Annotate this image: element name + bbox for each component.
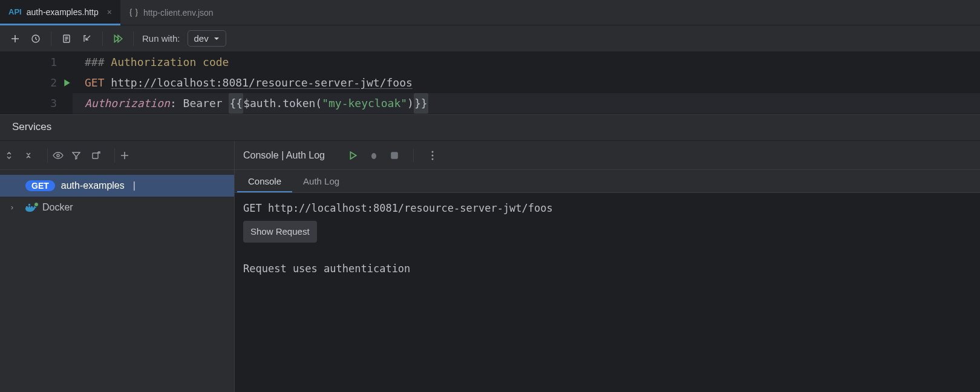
braces-icon [129, 8, 139, 18]
tree-item-auth-examples[interactable]: GET auth-examples | [0, 175, 234, 197]
run-button[interactable] [345, 151, 361, 160]
tree-item-label: auth-examples [61, 180, 125, 191]
code-content[interactable]: ### Authorization code GET http://localh… [73, 52, 980, 114]
tab-auth-examples[interactable]: API auth-examples.http × [0, 0, 120, 25]
code-token: ### [85, 52, 111, 73]
open-new-tab-button[interactable] [91, 151, 109, 160]
separator [47, 148, 48, 163]
env-select[interactable]: dev [188, 30, 226, 47]
close-icon[interactable]: × [107, 7, 112, 17]
console-line: GET http://localhost:8081/resource-serve… [243, 199, 972, 217]
env-value: dev [194, 33, 209, 44]
tab-auth-log[interactable]: Auth Log [292, 171, 350, 192]
line-number: 1 [50, 52, 57, 73]
add-request-button[interactable] [6, 30, 24, 48]
code-token: {{ [229, 93, 243, 114]
cursor-indicator: | [133, 180, 136, 191]
console-tabs: Console Auth Log [235, 170, 980, 193]
docker-icon [25, 203, 36, 212]
tree-item-label: Docker [42, 202, 73, 213]
svg-point-11 [431, 154, 433, 156]
debug-button[interactable] [366, 151, 382, 160]
code-token: "my-keycloak" [322, 93, 407, 114]
code-token: ) [407, 93, 414, 114]
editor-toolbar: Run with: dev [0, 25, 980, 52]
chevron-down-icon [214, 36, 220, 42]
svg-rect-9 [391, 152, 398, 159]
history-button[interactable] [27, 30, 45, 48]
collapse-all-button[interactable] [24, 151, 42, 160]
console-header: Console | Auth Log [235, 141, 980, 170]
svg-point-8 [371, 153, 376, 159]
more-button[interactable] [425, 151, 440, 160]
show-request-button[interactable]: Show Request [243, 221, 317, 243]
svg-point-2 [57, 154, 59, 157]
services-title: Services [0, 114, 980, 141]
tree-item-docker[interactable]: › Docker [0, 197, 234, 218]
expand-all-button[interactable] [5, 151, 23, 160]
chevron-right-icon[interactable]: › [11, 203, 13, 212]
code-token: }} [414, 93, 428, 114]
svg-point-12 [431, 158, 433, 160]
separator [102, 31, 103, 46]
code-editor[interactable]: 1 2 3 ### Authorization code GET http://… [0, 52, 980, 114]
run-with-label: Run with: [142, 33, 180, 44]
stop-button[interactable] [387, 151, 402, 160]
console-title: Console | Auth Log [243, 150, 325, 161]
line-number: 2 [50, 73, 57, 93]
tab-label: auth-examples.http [27, 7, 99, 17]
services-panel: Services [0, 114, 980, 392]
svg-rect-7 [28, 204, 30, 206]
services-tree-pane: GET auth-examples | › Docker [0, 141, 235, 392]
separator [133, 31, 134, 46]
svg-point-10 [431, 151, 433, 152]
code-token: http://localhost:8081/resource-server-jw… [111, 73, 413, 93]
status-dot-icon [34, 202, 39, 207]
api-icon: API [8, 7, 22, 16]
console-line: Request uses authentication [243, 260, 972, 278]
code-token: $auth.token( [243, 93, 322, 114]
separator [51, 31, 51, 46]
svg-rect-3 [93, 153, 98, 158]
examples-button[interactable] [57, 30, 76, 48]
separator [413, 149, 414, 162]
add-service-button[interactable] [120, 151, 138, 160]
separator [114, 148, 115, 163]
line-number: 3 [50, 93, 57, 114]
code-token: GET [85, 73, 111, 93]
gutter-run-icon[interactable] [63, 79, 71, 87]
code-token: : [170, 93, 183, 114]
file-tabs: API auth-examples.http × http-client.env… [0, 0, 980, 25]
tab-console[interactable]: Console [237, 171, 292, 192]
filter-button[interactable] [72, 151, 90, 160]
console-pane: Console | Auth Log Console Auth Log [235, 141, 980, 392]
code-token: Authorization [85, 93, 170, 114]
console-output[interactable]: GET http://localhost:8081/resource-serve… [235, 193, 980, 392]
import-button[interactable] [78, 30, 96, 48]
show-button[interactable] [53, 151, 71, 160]
tab-http-client-env[interactable]: http-client.env.json [120, 0, 222, 25]
run-all-button[interactable] [109, 30, 127, 48]
code-token: Bearer [183, 93, 229, 114]
code-token: Authorization code [111, 52, 229, 73]
gutter: 1 2 3 [0, 52, 73, 114]
tab-label: http-client.env.json [143, 8, 214, 18]
http-method-badge: GET [25, 180, 55, 191]
services-tree: GET auth-examples | › Docker [0, 170, 234, 223]
services-toolbar [0, 141, 234, 170]
